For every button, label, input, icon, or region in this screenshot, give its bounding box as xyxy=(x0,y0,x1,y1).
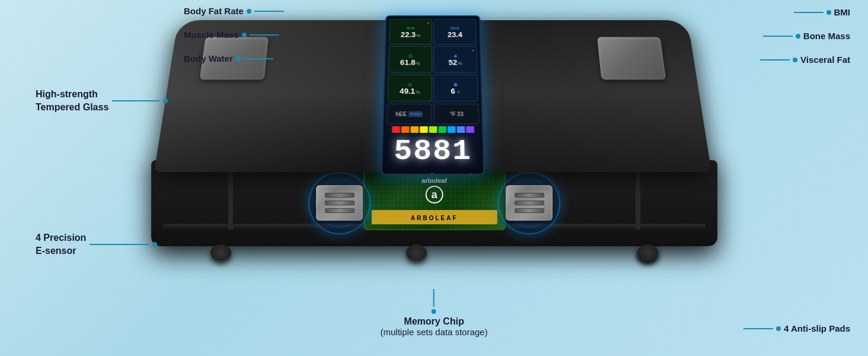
bone-icon: ◈ xyxy=(454,53,458,58)
visceral-dot xyxy=(793,58,797,62)
muscle-unit: % xyxy=(416,61,420,66)
display-row1: ▲ ≋≋ 22.3 % BMI 23.4 xyxy=(386,16,480,45)
muscle-box: ⚖ 61.8 % xyxy=(388,46,432,72)
glass-subtitle: Tempered Glass xyxy=(36,101,108,114)
sensor-line-1 xyxy=(325,193,355,198)
glass-connector-line xyxy=(112,100,159,101)
scale-top-glass: ▲ ≋≋ 22.3 % BMI 23.4 ⚖ 61.8 xyxy=(154,20,711,172)
main-container: ▲ ≋≋ 22.3 % BMI 23.4 ⚖ 61.8 xyxy=(0,0,868,356)
sensor-line-3 xyxy=(325,208,355,213)
bone-line xyxy=(763,36,793,37)
visceral-label-group: Visceral Fat xyxy=(760,55,850,65)
foot-front-left xyxy=(210,244,231,261)
foot-pad-top-right xyxy=(597,37,666,80)
chip-symbol: a xyxy=(425,186,443,204)
water-unit: % xyxy=(416,89,420,94)
memory-title: Memory Chip xyxy=(381,316,488,327)
display-row4: hEE PWD °F 33 xyxy=(384,104,482,124)
bone-dot xyxy=(796,34,800,39)
water-line xyxy=(244,58,273,59)
bmi-box: BMI 23.4 xyxy=(433,19,476,44)
antislip-label: 4 Anti-slip Pads xyxy=(784,323,850,333)
sensor-label-group: 4 Precision E-sensor xyxy=(36,231,157,258)
sensor-subtitle: E-sensor xyxy=(36,244,86,258)
fat-icon: ≋≋ xyxy=(406,26,415,30)
memory-dot xyxy=(432,309,436,314)
sensor-lines-right xyxy=(515,193,544,213)
muscle-label-group: Muscle Mass xyxy=(184,30,279,40)
body-fat-label: Body Fat Rate xyxy=(184,6,244,16)
sensor-pod-left xyxy=(308,172,371,234)
antislip-label-group: 4 Anti-slip Pads xyxy=(743,323,850,333)
water-label: Body Water xyxy=(184,53,233,63)
bone-arrow: ◆ xyxy=(472,49,475,52)
fat-arrow: ▲ xyxy=(427,21,430,24)
visceral-line xyxy=(760,59,790,61)
body-fat-line xyxy=(254,11,284,12)
info-box-left: hEE PWD xyxy=(387,104,432,124)
display-screen: ▲ ≋≋ 22.3 % BMI 23.4 ⚖ 61.8 xyxy=(381,15,484,175)
memory-text: Memory Chip (multiple sets data storage) xyxy=(381,316,488,337)
water-dot xyxy=(236,56,241,61)
unit-label: lb xyxy=(431,172,436,175)
bone-value: 52 xyxy=(448,59,457,66)
visceral-value: 6 xyxy=(451,87,455,94)
fat-value: 22.3 xyxy=(401,31,416,38)
display-row3: ◎ 49.1 % ◉ 6 ▼ xyxy=(384,74,481,103)
bmi-label: BMI xyxy=(834,7,851,17)
bmi-line xyxy=(794,12,824,13)
water-value: 49.1 xyxy=(400,87,415,94)
water-label-group: Body Water xyxy=(184,53,273,63)
sensor-title: 4 Precision xyxy=(36,231,86,244)
memory-subtitle: (multiple sets data storage) xyxy=(381,327,488,337)
sensor-line-2 xyxy=(325,201,355,205)
display-bottom: ▲ lb ✱ xyxy=(382,171,484,175)
sensor-body-right xyxy=(506,185,553,221)
memory-label-group: Memory Chip (multiple sets data storage) xyxy=(381,289,488,337)
info-right-value: °F 33 xyxy=(449,111,463,117)
muscle-dot xyxy=(242,33,247,37)
glass-label-group: High-strength Tempered Glass xyxy=(36,88,168,115)
glass-title: High-strength xyxy=(36,88,108,101)
sensor-label-text: 4 Precision E-sensor xyxy=(36,231,86,258)
glass-connector-dot xyxy=(163,98,168,103)
body-fat-label-group: Body Fat Rate xyxy=(184,6,284,16)
sensor-line-r1 xyxy=(515,193,544,198)
chip-label-bar: ARBOLEAF xyxy=(371,210,497,224)
bone-label-group: Bone Mass xyxy=(763,31,850,41)
display-row2: ⚖ 61.8 % ◆ ◈ 52 % xyxy=(385,46,480,74)
chip-logo-text: arboleaf a xyxy=(422,177,447,204)
sensor-pod-right xyxy=(498,172,560,234)
sensor-line-r3 xyxy=(515,208,544,213)
sensor-connector-line xyxy=(90,244,149,245)
visceral-arrow: ▼ xyxy=(457,90,461,94)
bone-box: ◆ ◈ 52 % xyxy=(433,46,477,72)
foot-back-right xyxy=(637,244,658,261)
muscle-label: Muscle Mass xyxy=(184,30,239,40)
bone-label: Bone Mass xyxy=(803,31,850,41)
muscle-line xyxy=(250,34,279,36)
body-fat-dot xyxy=(247,9,251,14)
antislip-line xyxy=(743,328,773,329)
sensor-lines-left xyxy=(325,193,355,213)
memory-vertical-line xyxy=(433,289,435,307)
visceral-icon: ◉ xyxy=(454,81,458,87)
arrow-up-icon: ▲ xyxy=(391,172,398,175)
fat-unit: % xyxy=(416,33,420,37)
sensor-line-r2 xyxy=(515,201,544,205)
bmi-label-icon: BMI xyxy=(451,26,459,30)
foot-back-left xyxy=(406,244,427,261)
weight-value: 5881 xyxy=(387,137,479,166)
info-box-right: °F 33 xyxy=(434,104,479,124)
chip-brand-label: ARBOLEAF xyxy=(411,215,458,221)
bmi-value: 23.4 xyxy=(448,31,462,38)
muscle-value: 61.8 xyxy=(400,59,416,66)
memory-chip: arboleaf a ARBOLEAF xyxy=(363,171,506,230)
info-left-value: hEE xyxy=(395,111,407,117)
visceral-box: ◉ 6 ▼ xyxy=(433,75,478,102)
sensor-connector-dot xyxy=(152,242,157,247)
glass-label-text: High-strength Tempered Glass xyxy=(36,88,108,115)
muscle-icon: ⚖ xyxy=(408,53,413,58)
body-fat-box: ▲ ≋≋ 22.3 % xyxy=(389,19,432,44)
sensor-body-left xyxy=(316,185,363,221)
